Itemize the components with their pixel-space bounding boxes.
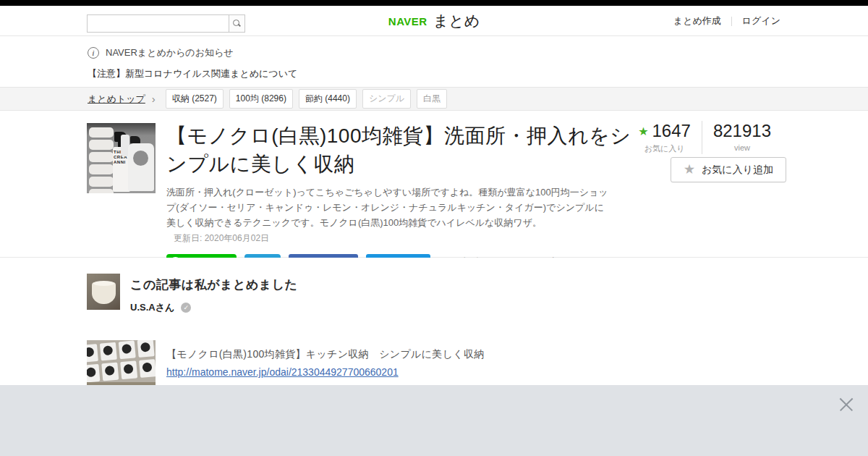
- article-title: 【モノクロ(白黒)100均雑貨】洗面所・押入れをシンプルに美しく収納: [166, 122, 633, 178]
- favorites-label: お気に入り: [638, 143, 691, 154]
- verified-badge-icon: ✓: [181, 303, 191, 313]
- bottom-overlay: [0, 385, 868, 456]
- related-url-link[interactable]: http://matome.naver.jp/odai/213304492770…: [166, 366, 399, 378]
- views-count: 821913: [713, 121, 771, 141]
- header-links: まとめ作成 ログイン: [673, 6, 780, 36]
- add-favorite-label: お気に入り追加: [702, 164, 773, 177]
- create-matome-link[interactable]: まとめ作成: [673, 14, 721, 28]
- site-header: NAVER まとめ まとめ作成 ログイン: [0, 6, 868, 36]
- favorite-star-icon: ★: [638, 124, 648, 138]
- author-body: この記事は私がまとめました U.S.Aさん ✓: [130, 258, 868, 314]
- site-logo[interactable]: NAVER まとめ: [388, 6, 480, 36]
- chevron-right-icon: ›: [152, 93, 156, 105]
- related-title: 【モノクロ(白黒)100均雑貨】キッチン収納 シンプルに美しく収納: [166, 348, 868, 361]
- description-text: 洗面所・押入れ(クローゼット)ってこちゃごちゃしやすい場所ですよね。種類が豊富な…: [166, 187, 608, 228]
- breadcrumb-root-link[interactable]: まとめトップ: [88, 93, 145, 106]
- author-heading: この記事は私がまとめました: [130, 276, 868, 293]
- related-thumb-canisters-art: [87, 340, 156, 383]
- search-icon: [233, 20, 241, 28]
- views-label: view: [713, 143, 771, 152]
- naver-logo-text: NAVER: [388, 15, 427, 28]
- article-header: THDAY CREA ANNI 【モノクロ(白黒)100均雑貨】洗面所・押入れを…: [0, 111, 868, 258]
- header-links-divider: [731, 17, 732, 26]
- search-box: [87, 14, 245, 33]
- tag-chip-simple: シンプル: [362, 89, 411, 109]
- thumb-bucket-art: [128, 143, 154, 191]
- author-avatar[interactable]: [87, 274, 120, 310]
- notice-heading: i NAVERまとめからのお知らせ: [88, 43, 868, 62]
- info-icon: i: [88, 47, 99, 59]
- top-black-bar: [0, 0, 868, 6]
- tag-chip-shuunou[interactable]: 収納 (2527): [166, 89, 224, 109]
- notice-item-link[interactable]: 【注意】新型コロナウイルス関連まとめについて: [88, 67, 297, 80]
- login-link[interactable]: ログイン: [742, 14, 780, 28]
- author-name-row: U.S.Aさん ✓: [130, 301, 868, 314]
- search-button[interactable]: [229, 14, 245, 33]
- author-name-link[interactable]: U.S.Aさん: [130, 301, 174, 314]
- article-head-body: 【モノクロ(白黒)100均雑貨】洗面所・押入れをシンプルに美しく収納 洗面所・押…: [166, 111, 633, 270]
- tag-chip-shirokuro: 白黒: [417, 89, 447, 109]
- updated-date: 更新日: 2020年06月02日: [174, 233, 269, 243]
- author-section: この記事は私がまとめました U.S.Aさん ✓: [0, 258, 868, 340]
- avatar-bowl-art: [92, 282, 116, 304]
- favorites-stat: ★ 1647 お気に入り: [627, 121, 702, 154]
- notice-title: NAVERまとめからのお知らせ: [106, 46, 234, 59]
- thumb-towels-art: [89, 127, 114, 193]
- tag-chips: 収納 (2527) 100均 (8296) 節約 (4440) シンプル 白黒: [166, 89, 447, 109]
- add-favorite-button[interactable]: ★ お気に入り追加: [671, 157, 786, 182]
- close-icon[interactable]: [838, 396, 855, 413]
- breadcrumb-bar: まとめトップ › 収納 (2527) 100均 (8296) 節約 (4440)…: [0, 87, 868, 111]
- notice-section: i NAVERまとめからのお知らせ 【注意】新型コロナウイルス関連まとめについて: [0, 36, 868, 87]
- article-description: 洗面所・押入れ(クローゼット)ってこちゃごちゃしやすい場所ですよね。種類が豊富な…: [166, 185, 611, 246]
- views-stat: 821913 view: [702, 121, 782, 154]
- star-icon: ★: [684, 162, 695, 177]
- related-body: 【モノクロ(白黒)100均雑貨】キッチン収納 シンプルに美しく収納 http:/…: [166, 340, 868, 378]
- tag-chip-100kin[interactable]: 100均 (8296): [229, 89, 293, 109]
- tag-chip-setsuyaku[interactable]: 節約 (4440): [299, 89, 357, 109]
- matome-logo-text: まとめ: [433, 11, 480, 31]
- article-stats: ★ 1647 お気に入り 821913 view: [627, 121, 782, 154]
- favorites-count: 1647: [652, 121, 691, 141]
- search-input[interactable]: [87, 14, 229, 33]
- article-thumbnail: THDAY CREA ANNI: [87, 123, 156, 193]
